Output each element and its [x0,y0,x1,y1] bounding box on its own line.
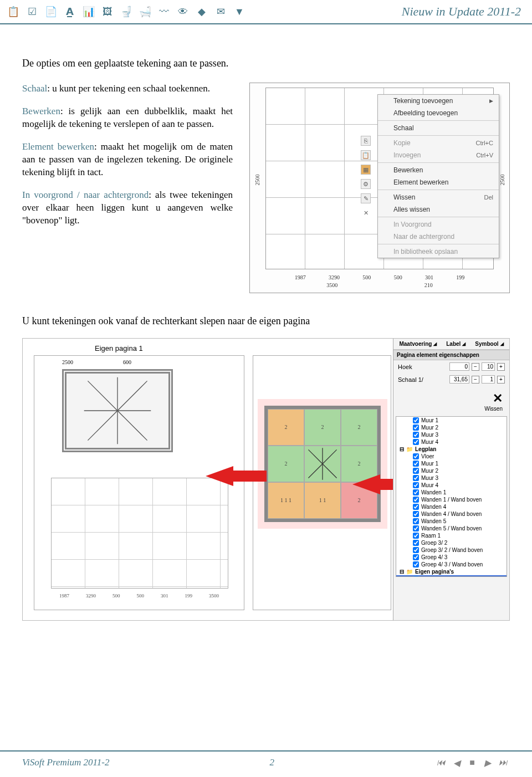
input-schaal-step[interactable] [482,375,495,384]
tree-item[interactable]: Wanden 4 / Wand boven [396,510,507,518]
tree-item[interactable]: Muur 1 [396,460,507,467]
tab-label[interactable]: Label◢ [446,341,466,347]
tree-item-selected[interactable]: Eigen pagina [396,575,507,577]
ctx-item[interactable]: Tekening toevoegen▶ [378,95,499,107]
colored-floorplan[interactable]: 222 2 2 1 1 11 12 [264,406,381,522]
nav-last-icon[interactable]: ⏭ [497,756,510,769]
tree-item[interactable]: Wanden 4 [396,503,507,510]
tree-item[interactable]: Vloer [396,453,507,460]
footer-page: 2 [269,757,274,768]
svg-line-1 [117,381,147,411]
tree-item[interactable]: Muur 1 [396,417,507,424]
svg-line-0 [88,381,117,411]
input-schaal[interactable] [449,375,469,384]
nav-next-icon[interactable]: ▶ [481,756,494,769]
mini-icon-stack: ⎘ 📋 ▦ ⚙ ✎ ✕ [361,136,371,218]
svg-line-8 [308,449,323,464]
pencil-icon: ✎ [361,193,371,203]
ctx-item: In bibliotheek opslaan [378,246,499,258]
footer-nav: ⏮ ◀ ■ ▶ ⏭ [434,756,510,769]
nav-first-icon[interactable]: ⏮ [434,756,448,769]
page-label: Eigen pagina 1 [95,344,143,352]
page1-dims: 198732905005003011993500 [51,593,227,599]
text-icon: A̲ [62,4,78,19]
chart-icon: 📊 [81,4,96,19]
dim-right: 2500 [497,89,507,270]
tree-item[interactable]: Wanden 5 [396,518,507,525]
tree-item[interactable]: Groep 3/ 2 [396,539,507,546]
schaal-plus[interactable]: + [497,376,505,384]
funnel-icon: ▼ [232,4,247,19]
close-icon: ✕ [361,208,371,218]
row-hoek: Hoek − + [393,360,509,373]
tree-item[interactable]: Groep 4/ 3 / Wand boven [396,561,507,568]
drag-arrow-2 [352,474,380,494]
ctx-item[interactable]: Schaal [378,122,499,134]
tree-group[interactable]: ⊟📁Eigen pagina's [396,568,507,575]
tree-item[interactable]: Groep 3/ 2 / Wand boven [396,546,507,554]
para-schaal-rest: : u kunt per tekening een schaal toekenn… [47,83,210,94]
input-hoek[interactable] [449,362,469,371]
tree-item[interactable]: Muur 3 [396,431,507,438]
tree-item[interactable]: Muur 4 [396,482,507,489]
header-title: Nieuw in Update 2011-2 [402,4,521,19]
row-schaal: Schaal 1/ − + [393,373,509,386]
tree-item[interactable]: Wanden 1 / Wand boven [396,496,507,503]
kw-bewerken: Bewerken [22,106,60,116]
tab-symbool[interactable]: Symbool◢ [475,341,503,347]
ctx-item[interactable]: Bewerken [378,164,499,176]
close-icon[interactable]: ✕ [393,391,503,406]
para-element: Element bewerken: maakt het mogelijk om … [22,141,233,179]
dim-left: 2500 [252,89,262,270]
svg-line-11 [323,464,337,478]
wissen-button[interactable]: ✕ Wissen [393,386,509,414]
hoek-plus[interactable]: + [497,363,505,371]
tree-item[interactable]: Groep 4/ 3 [396,554,507,561]
context-menu[interactable]: Tekening toevoegen▶Afbeelding toevoegenS… [377,94,499,258]
para-schaal: Schaal: u kunt per tekening een schaal t… [22,83,233,95]
diamond-icon: ◆ [194,4,209,19]
panel-section-header: Pagina element eigenschappen [393,350,509,360]
tree-item[interactable]: Muur 2 [396,424,507,431]
tree-item[interactable]: Muur 3 [396,474,507,482]
ctx-item[interactable]: Element bewerken [378,176,499,188]
sink1-icon: 🚽 [119,4,134,19]
ctx-item[interactable]: WissenDel [378,191,499,203]
figure-context-menu: 2500 ⎘ 📋 ▦ ⚙ ✎ ✕ Tekening toevoegen▶Afbe… [249,83,510,293]
schaal-minus[interactable]: − [472,376,479,384]
nav-stop-icon[interactable]: ■ [466,756,479,769]
color-icon: ▦ [361,165,371,175]
sink2-icon: 🛁 [137,4,153,19]
tab-maatvoering[interactable]: Maatvoering◢ [399,341,437,347]
ctx-item: InvoegenCtrl+V [378,149,499,161]
tree-item[interactable]: Muur 2 [396,467,507,474]
tree-item[interactable]: Muur 4 [396,438,507,446]
ctx-item: KopieCtrl+C [378,137,499,149]
ctx-item[interactable]: Alles wissen [378,203,499,216]
input-hoek-step[interactable] [482,362,495,371]
svg-line-3 [117,411,147,441]
floorplan-dims-top: 2500 600 [62,359,131,365]
checklist-icon: ☑ [24,4,40,19]
header-toolbar: 📋 ☑ 📄 A̲ 📊 🖼 🚽 🛁 〰 👁 ◆ ✉ ▼ [6,4,247,19]
nav-prev-icon[interactable]: ◀ [450,756,463,769]
eye-icon: 👁 [175,4,191,19]
kw-schaal: Schaal [22,83,47,94]
tree-group[interactable]: ⊟📁Legplan [396,446,507,453]
dim-bottom-row2: 3500210 [283,282,476,288]
intro-text: De opties om een geplaatste tekening aan… [22,58,510,69]
label-schaal: Schaal 1/ [398,376,423,383]
ctx-item: Naar de achtergrond [378,231,499,243]
tree-item[interactable]: Wanden 1 [396,489,507,496]
gear-icon: ⚙ [361,179,371,189]
hoek-minus[interactable]: − [472,363,479,371]
dim-bottom-row1: 19873290500500301199 [283,274,476,280]
para-voorgrond: In voorgrond / naar achtergrond: als twe… [22,189,233,227]
tree-item[interactable]: Raam 1 [396,532,507,539]
ctx-item[interactable]: Afbeelding toevoegen [378,107,499,119]
layer-tree[interactable]: Muur 1Muur 2Muur 3Muur 4⊟📁LegplanVloerMu… [396,416,507,577]
panel-tabs[interactable]: Maatvoering◢ Label◢ Symbool◢ [393,339,509,350]
copy-icon: ⎘ [361,136,371,146]
tree-item[interactable]: Wanden 5 / Wand boven [396,525,507,532]
floorplan-thumbnail [62,369,173,452]
